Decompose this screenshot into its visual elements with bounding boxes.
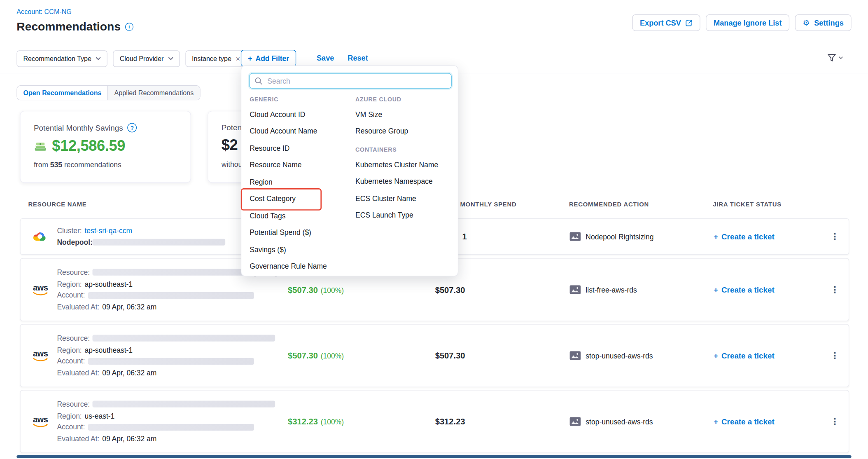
filter-chip-recommendation-type[interactable]: Recommendation Type — [16, 50, 107, 67]
subtext-prefix: from — [34, 161, 48, 169]
savings-percent: (100%) — [321, 352, 344, 360]
filter-option-cost-category[interactable]: Cost Category — [250, 190, 352, 207]
gcp-logo — [33, 230, 47, 243]
savings-value: $507.30 — [288, 285, 318, 295]
table-row: aws Resource: Region: ap-southeast-1 Acc… — [20, 324, 849, 387]
plus-icon: + — [714, 351, 718, 360]
money-stack-icon — [34, 140, 47, 152]
reset-filter-link[interactable]: Reset — [348, 54, 368, 62]
add-filter-button[interactable]: + Add Filter — [241, 50, 296, 66]
subtext-suffix: recommendations — [64, 161, 121, 169]
resource-label: Resource: — [57, 268, 90, 276]
create-ticket-link[interactable]: + Create a ticket — [714, 351, 775, 360]
recommended-action-cell: stop-unused-aws-rds — [569, 417, 653, 426]
spend-cell-fragment: 1 — [462, 232, 467, 241]
add-filter-label: Add Filter — [256, 54, 289, 62]
recommended-action-cell: stop-unused-aws-rds — [569, 351, 653, 360]
redacted-value — [93, 335, 275, 342]
help-icon[interactable]: ? — [127, 123, 137, 132]
dropdown-column-cloud: AZURE CLOUD VM Size Resource Group CONTA… — [355, 96, 455, 224]
row-menu-kebab-icon[interactable]: ⋮ — [829, 416, 841, 427]
create-ticket-label: Create a ticket — [721, 351, 775, 360]
filter-option-cloud-account-id[interactable]: Cloud Account ID — [250, 106, 352, 123]
filter-option-cloud-tags[interactable]: Cloud Tags — [250, 207, 352, 224]
action-thumbnail-icon — [569, 285, 581, 294]
filter-option-governance-rule-name[interactable]: Governance Rule Name — [250, 258, 352, 275]
bottom-scroll-bar[interactable] — [16, 455, 851, 458]
filter-option-resource-id[interactable]: Resource ID — [250, 140, 352, 157]
filter-chip-instance-type[interactable]: Instance type × — [185, 50, 247, 67]
export-csv-label: Export CSV — [640, 19, 681, 27]
row-menu-kebab-icon[interactable]: ⋮ — [829, 350, 841, 361]
filter-option-resource-group[interactable]: Resource Group — [355, 123, 455, 140]
savings-value-row: $12,586.59 — [34, 137, 177, 155]
filter-chips: Recommendation Type Cloud Provider Insta… — [16, 50, 247, 67]
account-breadcrumb[interactable]: Account: CCM-NG — [16, 8, 72, 16]
filter-option-potential-spend[interactable]: Potential Spend ($) — [250, 224, 352, 241]
filter-option-ecs-cluster-name[interactable]: ECS Cluster Name — [355, 190, 455, 207]
row-menu-kebab-icon[interactable]: ⋮ — [829, 231, 841, 242]
gear-icon: ⚙ — [803, 19, 810, 27]
filter-option-kubernetes-cluster-name[interactable]: Kubernetes Cluster Name — [355, 156, 455, 173]
create-ticket-link[interactable]: + Create a ticket — [714, 417, 775, 426]
add-filter-dropdown: GENERIC Cloud Account ID Cloud Account N… — [241, 66, 458, 276]
region-value: us-east-1 — [84, 412, 114, 420]
evaluated-at-value: 09 Apr, 06:32 am — [102, 369, 156, 377]
recommendation-count: 535 — [50, 161, 62, 169]
info-icon[interactable]: i — [125, 22, 133, 30]
region-label: Region: — [57, 346, 82, 354]
create-ticket-link[interactable]: + Create a ticket — [714, 285, 775, 294]
action-label: stop-unused-aws-rds — [586, 351, 653, 360]
close-icon[interactable]: × — [236, 54, 240, 63]
search-input[interactable] — [266, 76, 446, 86]
redacted-value — [93, 239, 226, 246]
create-ticket-label: Create a ticket — [721, 285, 775, 294]
manage-ignore-list-label: Manage Ignore List — [714, 19, 782, 27]
export-csv-button[interactable]: Export CSV — [632, 14, 700, 31]
evaluated-at-value: 09 Apr, 06:32 am — [102, 303, 156, 311]
cluster-name-link[interactable]: test-sri-qa-ccm — [84, 227, 132, 235]
tab-open-recommendations[interactable]: Open Recommendations — [17, 86, 108, 100]
create-ticket-label: Create a ticket — [721, 417, 775, 426]
filter-option-region[interactable]: Region — [250, 173, 352, 190]
spend-cell: $312.23 — [435, 417, 465, 426]
spend-cell: $507.30 — [435, 351, 465, 361]
action-label: stop-unused-aws-rds — [586, 417, 653, 426]
plus-icon: + — [714, 232, 718, 241]
spend-cell: $507.30 — [435, 285, 465, 295]
save-filter-link[interactable]: Save — [317, 54, 334, 62]
filter-option-vm-size[interactable]: VM Size — [355, 106, 455, 123]
recommendations-tabs: Open Recommendations Applied Recommendat… — [16, 85, 200, 100]
page-title-row: Recommendations i — [16, 20, 133, 33]
evaluated-at-label: Evaluated At: — [57, 303, 99, 311]
region-label: Region: — [57, 280, 82, 288]
aws-logo: aws — [33, 349, 48, 362]
chip-label: Instance type — [192, 55, 231, 63]
resource-cell: Resource: Region: ap-southeast-1 Account… — [57, 333, 278, 379]
create-ticket-link[interactable]: + Create a ticket — [714, 232, 775, 241]
filter-option-savings[interactable]: Savings ($) — [250, 241, 352, 258]
settings-label: Settings — [814, 19, 844, 27]
create-ticket-label: Create a ticket — [721, 232, 775, 241]
monthly-savings-cell: $507.30(100%) — [288, 285, 344, 295]
filter-option-ecs-launch-type[interactable]: ECS Launch Type — [355, 207, 455, 224]
redacted-value — [88, 358, 254, 365]
filter-option-kubernetes-namespace[interactable]: Kubernetes Namespace — [355, 173, 455, 190]
tab-applied-recommendations[interactable]: Applied Recommendations — [107, 86, 200, 100]
manage-ignore-list-button[interactable]: Manage Ignore List — [706, 14, 789, 31]
external-link-icon — [686, 19, 693, 26]
filter-option-cloud-account-name[interactable]: Cloud Account Name — [250, 123, 352, 140]
action-thumbnail-icon — [569, 417, 581, 426]
row-menu-kebab-icon[interactable]: ⋮ — [829, 284, 841, 295]
header-actions: Export CSV Manage Ignore List ⚙ Settings — [632, 14, 852, 31]
savings-percent: (100%) — [321, 286, 344, 294]
plus-icon: + — [248, 54, 252, 62]
recommended-action-cell: Nodepool Rightsizing — [569, 232, 653, 241]
region-label: Region: — [57, 412, 82, 420]
plus-icon: + — [714, 417, 718, 426]
chevron-down-icon — [168, 57, 173, 60]
settings-button[interactable]: ⚙ Settings — [795, 14, 852, 31]
filter-option-resource-name[interactable]: Resource Name — [250, 157, 352, 173]
filter-chip-cloud-provider[interactable]: Cloud Provider — [113, 50, 180, 67]
filter-panel-toggle[interactable] — [827, 53, 843, 63]
